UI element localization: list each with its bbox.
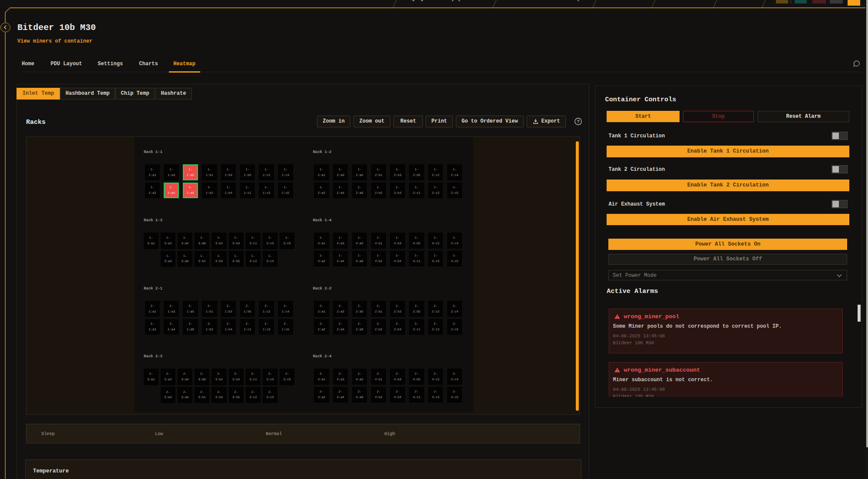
svg-text:?: ? [577,119,580,124]
